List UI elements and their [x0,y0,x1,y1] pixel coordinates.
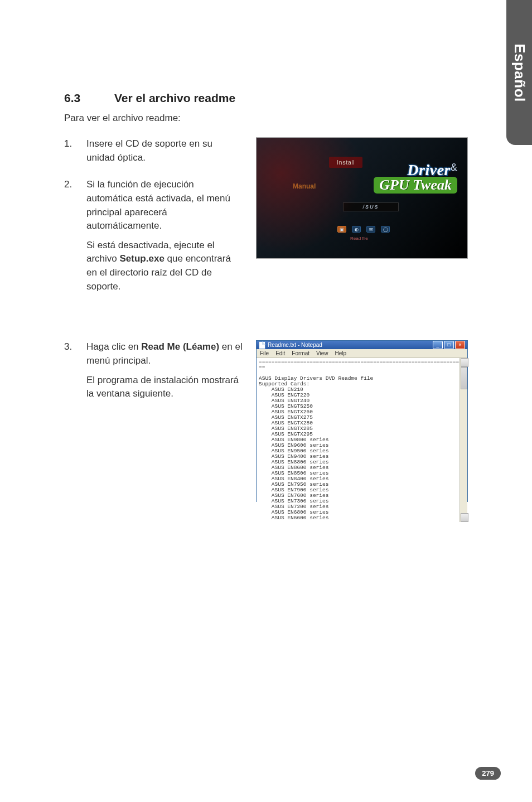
notepad-titlebar: Readme.txt - Notepad _ □ × [257,341,467,349]
notepad-screenshot: Readme.txt - Notepad _ □ × File Edit For… [256,340,468,502]
asus-logo-bar: /SUS [343,202,399,211]
step-para: Insere el CD de soporte en su unidad ópt… [86,137,243,165]
installer-screenshot: Install Manual Driver& GPU Tweak /SUS ▣ … [256,137,468,259]
maximize-icon: □ [444,341,454,349]
mini-btn-icon: ◯ [381,226,390,233]
section-title: Ver el archivo readme [114,91,235,104]
menu-item: Help [335,350,347,356]
section-number: 6.3 [64,91,114,105]
step-para: Si está desactivada, ejecute el archivo … [86,239,243,294]
titlebar-left: Readme.txt - Notepad [259,341,322,349]
scrollbar [460,358,467,521]
step-1: 1. Insere el CD de soporte en su unidad … [64,137,243,170]
mini-btn-icon: ◐ [352,226,361,233]
close-icon: × [455,341,465,349]
install-button: Install [329,157,362,168]
step-body: Si la función de ejecución automática es… [86,178,243,299]
mini-btn-icon: ▣ [337,226,346,233]
image-column-2: Readme.txt - Notepad _ □ × File Edit For… [256,340,477,502]
steps-row-2: 3. Haga clic en Read Me (Léame) en el me… [64,340,477,502]
step-number: 2. [64,178,86,299]
menu-item: File [260,350,269,356]
menu-item: View [316,350,328,356]
notepad-body: ========================================… [257,358,460,521]
read-file-link: Read file [350,236,368,241]
installer-button-row: ▣ ◐ ✉ ◯ [337,226,390,233]
step-number: 3. [64,340,86,407]
page-number: 279 [482,769,494,777]
step-number: 1. [64,137,86,170]
driver-wordmark: Driver& GPU Tweak [374,161,457,194]
page-number-badge: 279 [475,767,501,780]
manual-link: Manual [293,182,316,190]
step-body: Insere el CD de soporte en su unidad ópt… [86,137,243,170]
step-body: Haga clic en Read Me (Léame) en el menú … [86,340,243,407]
minimize-icon: _ [433,341,443,349]
window-buttons: _ □ × [433,341,465,349]
section-heading: 6.3Ver el archivo readme [64,91,477,105]
step-2: 2. Si la función de ejecución automática… [64,178,243,299]
menu-item: Edit [275,350,285,356]
steps-row-1: 1. Insere el CD de soporte en su unidad … [64,137,477,307]
image-column-1: Install Manual Driver& GPU Tweak /SUS ▣ … [256,137,477,259]
ampersand: & [451,162,457,173]
text-column-1: 1. Insere el CD de soporte en su unidad … [64,137,243,307]
main-content: 6.3Ver el archivo readme Para ver el arc… [64,91,477,522]
notepad-body-wrap: ========================================… [257,358,467,521]
mini-btn-icon: ✉ [366,226,375,233]
gpu-tweak-text: GPU Tweak [374,177,457,194]
intro-text: Para ver el archivo readme: [64,113,477,124]
notepad-icon [259,341,265,349]
text-column-2: 3. Haga clic en Read Me (Léame) en el me… [64,340,243,414]
step-para: Haga clic en Read Me (Léame) en el menú … [86,340,243,368]
menu-item: Format [292,350,309,356]
step-para: El programa de instalación mostrará la v… [86,374,243,401]
scrollbar-thumb [461,367,467,389]
step-3: 3. Haga clic en Read Me (Léame) en el me… [64,340,243,407]
language-side-tab: Español [506,0,532,145]
step-para: Si la función de ejecución automática es… [86,178,243,233]
language-label: Español [511,44,528,102]
notepad-menubar: File Edit Format View Help [257,349,467,358]
window-title: Readme.txt - Notepad [268,342,322,348]
driver-text: Driver [407,161,451,178]
